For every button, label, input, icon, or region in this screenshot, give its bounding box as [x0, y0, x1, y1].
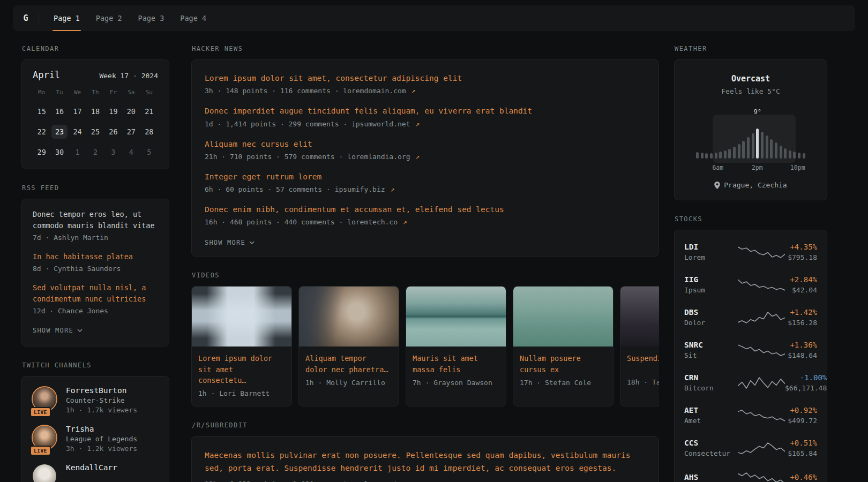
stock-row[interactable]: CRN Bitcorn -1.00% $66,171.48: [684, 366, 817, 399]
weather-section: WEATHER Overcast Feels like 5°C 9°: [674, 45, 827, 200]
video-card[interactable]: Nullam posuere cursus ex 17h · Stefan Co…: [513, 286, 613, 406]
calendar-day-header: Su: [140, 89, 158, 96]
twitch-channel[interactable]: LIVE Trisha League of Legends 3h · 1.2k …: [33, 425, 158, 453]
hackernews-item-title[interactable]: Aliquam nec cursus elit: [205, 139, 646, 149]
video-thumbnail[interactable]: [513, 287, 613, 347]
twitch-section: TWITCH CHANNELS LIVE ForrestBurton Count…: [21, 362, 169, 482]
video-title[interactable]: Mauris sit amet massa felis: [413, 353, 499, 375]
stock-change: +0.46%: [785, 473, 817, 481]
external-link-icon[interactable]: ↗: [415, 153, 420, 161]
hackernews-item-meta: 21h · 710 points · 579 comments · loreml…: [205, 153, 646, 161]
rss-show-more-button[interactable]: SHOW MORE: [33, 325, 83, 336]
video-title[interactable]: Suspendisse diam: [627, 353, 659, 374]
rss-item-title[interactable]: In hac habitasse platea: [33, 251, 158, 262]
channel-name[interactable]: Trisha: [66, 425, 137, 433]
video-card[interactable]: Lorem ipsum dolor sit amet consectetu… 1…: [191, 286, 292, 406]
hackernews-item-title[interactable]: Donec enim nibh, condimentum et accumsan…: [205, 204, 646, 215]
hackernews-item[interactable]: Integer eget rutrum lorem 6h · 60 points…: [205, 171, 646, 193]
hackernews-item-title[interactable]: Integer eget rutrum lorem: [205, 171, 646, 182]
calendar-day: 25: [87, 125, 103, 139]
weather-bar: [742, 141, 745, 159]
hackernews-show-more-button[interactable]: SHOW MORE: [205, 237, 255, 248]
rss-item-title[interactable]: Donec tempor eros leo, ut commodo mauris…: [33, 209, 158, 231]
channel-info: ForrestBurton Counter-Strike 1h · 1.7k v…: [66, 386, 137, 414]
page-tab[interactable]: Page 4: [172, 5, 214, 31]
external-link-icon[interactable]: ↗: [411, 87, 416, 95]
hackernews-item[interactable]: Donec enim nibh, condimentum et accumsan…: [205, 204, 646, 226]
calendar-day-header: We: [69, 89, 86, 96]
channel-name[interactable]: KendallCarr: [66, 463, 117, 472]
stock-price: $499.72: [785, 417, 817, 425]
stock-row[interactable]: LDI Lorem +4.35% $795.18: [684, 236, 817, 268]
video-card[interactable]: Suspendisse diam 18h · Tara: [620, 286, 659, 406]
stock-ticker[interactable]: AHS: [684, 473, 738, 481]
weather-bar: [784, 148, 787, 159]
twitch-channel[interactable]: KendallCarr: [33, 463, 158, 482]
weather-bar: [761, 132, 764, 159]
weather-bar: [738, 144, 740, 159]
page-tab[interactable]: Page 1: [46, 5, 88, 31]
external-link-icon[interactable]: ↗: [403, 218, 407, 226]
channel-meta: 3h · 1.2k viewers: [66, 445, 137, 453]
stock-ticker[interactable]: AET: [684, 406, 738, 415]
stock-ticker[interactable]: IIG: [684, 275, 738, 284]
video-title[interactable]: Lorem ipsum dolor sit amet consectetu…: [198, 353, 285, 386]
external-link-icon[interactable]: ↗: [415, 120, 420, 128]
stock-row[interactable]: DBS Dolor +1.42% $156.28: [684, 301, 817, 334]
subreddit-post-title[interactable]: Maecenas mollis pulvinar erat non posuer…: [205, 449, 646, 475]
channel-name[interactable]: ForrestBurton: [66, 386, 137, 395]
twitch-channel-list: LIVE ForrestBurton Counter-Strike 1h · 1…: [33, 386, 158, 482]
external-link-icon[interactable]: ↗: [420, 480, 424, 482]
stock-row[interactable]: IIG Ipsum +2.84% $42.04: [684, 268, 817, 301]
video-thumbnail[interactable]: [620, 287, 659, 347]
video-title[interactable]: Nullam posuere cursus ex: [520, 353, 607, 375]
stock-ticker[interactable]: SNRC: [684, 341, 738, 349]
video-thumbnail[interactable]: [299, 287, 399, 347]
page-tab[interactable]: Page 3: [130, 5, 173, 31]
stock-row[interactable]: SNRC Sit +1.36% $148.64: [684, 334, 817, 366]
hackernews-item-title[interactable]: Donec imperdiet augue tincidunt felis al…: [205, 106, 646, 116]
stock-row[interactable]: CCS Consectetur +0.51% $165.84: [684, 432, 817, 464]
video-thumbnail[interactable]: [406, 287, 506, 347]
rss-item[interactable]: In hac habitasse platea 8d · Cynthia Sau…: [33, 251, 158, 273]
page-tab[interactable]: Page 2: [88, 5, 130, 31]
twitch-channel[interactable]: LIVE ForrestBurton Counter-Strike 1h · 1…: [33, 386, 158, 414]
stock-row[interactable]: AET Amet +0.92% $499.72: [684, 399, 817, 432]
location-pin-icon: [714, 182, 720, 189]
hackernews-item-title[interactable]: Lorem ipsum dolor sit amet, consectetur …: [205, 73, 646, 84]
hackernews-item[interactable]: Donec imperdiet augue tincidunt felis al…: [205, 106, 646, 127]
stock-id: AHS: [684, 473, 738, 482]
video-card[interactable]: Aliquam tempor dolor nec pharetra… 1h · …: [298, 286, 399, 406]
calendar-day: 23: [51, 125, 68, 139]
stock-row[interactable]: AHS +0.46%: [684, 464, 817, 482]
video-title[interactable]: Aliquam tempor dolor nec pharetra…: [305, 353, 392, 375]
hackernews-item[interactable]: Aliquam nec cursus elit 21h · 710 points…: [205, 139, 646, 161]
hackernews-item-meta: 16h · 468 points · 440 comments · loremt…: [205, 218, 646, 226]
rss-item[interactable]: Sed volutpat nulla nisl, a condimentum n…: [33, 282, 158, 315]
stock-ticker[interactable]: CCS: [684, 439, 738, 447]
subreddit-widget[interactable]: Maecenas mollis pulvinar erat non posuer…: [191, 436, 659, 482]
stock-name: Ipsum: [684, 286, 738, 294]
stock-ticker[interactable]: DBS: [684, 308, 738, 317]
video-card-body: Suspendisse diam 18h · Tara: [620, 347, 659, 395]
external-link-icon[interactable]: ↗: [390, 185, 394, 193]
weather-feels-like: Feels like 5°C: [685, 87, 816, 95]
weather-bar: [766, 135, 768, 159]
hackernews-item[interactable]: Lorem ipsum dolor sit amet, consectetur …: [205, 73, 646, 95]
calendar-day-header: Fr: [104, 89, 122, 96]
video-row: Lorem ipsum dolor sit amet consectetu… 1…: [191, 286, 659, 406]
hackernews-item-meta-text: 21h · 710 points · 579 comments · loreml…: [205, 153, 410, 161]
video-thumbnail[interactable]: [192, 287, 291, 347]
rss-item[interactable]: Donec tempor eros leo, ut commodo mauris…: [33, 209, 158, 242]
hackernews-section-title: HACKER NEWS: [192, 45, 659, 52]
stock-sparkline: [738, 278, 785, 292]
calendar-year: 2024: [141, 72, 158, 80]
stock-ticker[interactable]: CRN: [684, 373, 738, 382]
calendar-day: 29: [34, 145, 50, 159]
stock-ticker[interactable]: LDI: [684, 243, 738, 251]
video-card[interactable]: Mauris sit amet massa felis 7h · Grayson…: [406, 286, 506, 406]
show-more-label: SHOW MORE: [205, 239, 245, 246]
rss-item-title[interactable]: Sed volutpat nulla nisl, a condimentum n…: [33, 282, 158, 305]
app-logo[interactable]: G: [13, 5, 39, 31]
weather-bar: [789, 150, 791, 159]
